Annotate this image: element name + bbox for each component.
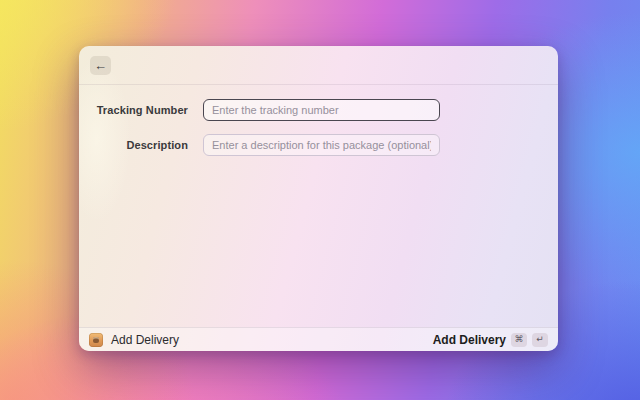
description-input[interactable] (203, 134, 440, 156)
back-button[interactable]: ← (90, 56, 111, 75)
description-label: Description (79, 139, 188, 151)
add-delivery-button-label: Add Delivery (433, 333, 506, 347)
footer-title: Add Delivery (111, 333, 179, 347)
tracking-number-label: Tracking Number (79, 104, 188, 116)
window-header: ← (79, 46, 558, 85)
footer-bar: Add Delivery Add Delivery ⌘ ↵ (79, 327, 558, 351)
tracking-number-input[interactable] (203, 99, 440, 121)
parcel-app-icon (89, 333, 103, 347)
return-key-icon: ↵ (532, 333, 548, 347)
add-delivery-button[interactable]: Add Delivery ⌘ ↵ (433, 333, 548, 347)
back-arrow-icon: ← (94, 59, 107, 72)
decorative-blob (79, 60, 145, 260)
desktop-background: { "window": { "back_button_icon": "←", "… (0, 0, 640, 400)
command-key-icon: ⌘ (511, 333, 527, 347)
add-delivery-window: ← Tracking Number Description Add Delive… (79, 46, 558, 351)
